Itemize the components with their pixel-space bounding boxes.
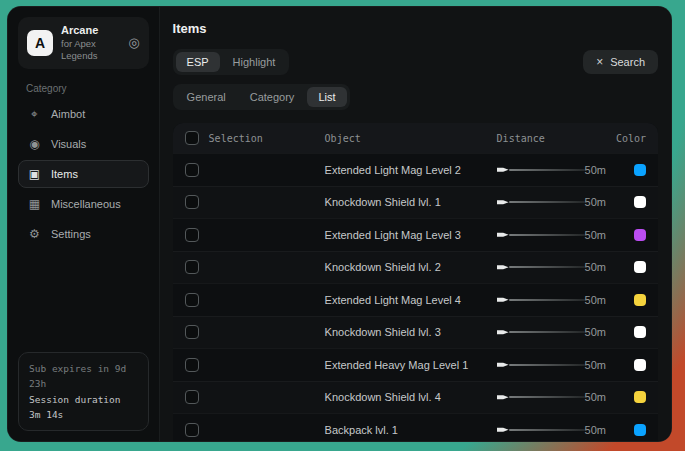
grid-icon: ▦ — [27, 197, 42, 211]
color-swatch[interactable] — [634, 261, 646, 273]
sidebar-item-visuals[interactable]: ◉ Visuals — [18, 130, 149, 158]
distance-slider[interactable] — [497, 264, 585, 270]
object-name: Extended Light Mag Level 4 — [325, 294, 497, 306]
crosshair-icon: ⌖ — [27, 107, 42, 121]
distance-value: 50m — [585, 229, 606, 241]
slider-track — [509, 266, 585, 268]
search-button[interactable]: × Search — [583, 50, 658, 74]
row-checkbox[interactable] — [185, 228, 199, 242]
row-checkbox[interactable] — [185, 423, 199, 437]
object-name: Backpack lvl. 1 — [325, 424, 497, 436]
distance-value: 50m — [585, 164, 606, 176]
sidebar-item-miscellaneous[interactable]: ▦ Miscellaneous — [18, 190, 149, 218]
slider-thumb-icon — [497, 427, 509, 433]
color-swatch[interactable] — [634, 164, 646, 176]
distance-slider[interactable] — [497, 427, 585, 433]
row-selection-cell — [185, 163, 325, 177]
table-row: Knockdown Shield lvl. 2 50m — [173, 251, 658, 284]
mode-tabs: ESPHighlight — [173, 49, 290, 75]
color-cell — [606, 391, 646, 403]
row-selection-cell — [185, 390, 325, 404]
row-checkbox[interactable] — [185, 325, 199, 339]
row-selection-cell — [185, 423, 325, 437]
row-selection-cell — [185, 195, 325, 209]
distance-slider[interactable] — [497, 394, 585, 400]
table-row: Knockdown Shield lvl. 4 50m — [173, 381, 658, 414]
brand-text: Arcane for Apex Legends — [61, 24, 120, 62]
distance-slider[interactable] — [497, 362, 585, 368]
slider-track — [509, 364, 585, 366]
color-cell — [606, 261, 646, 273]
column-header-selection: Selection — [209, 133, 263, 144]
object-name: Knockdown Shield lvl. 2 — [325, 261, 497, 273]
object-name: Extended Light Mag Level 2 — [325, 164, 497, 176]
object-name: Extended Light Mag Level 3 — [325, 229, 497, 241]
table-header: Selection Object Distance Color — [173, 123, 658, 153]
table-row: Knockdown Shield lvl. 1 50m — [173, 186, 658, 219]
color-cell — [606, 359, 646, 371]
color-swatch[interactable] — [634, 424, 646, 436]
row-checkbox[interactable] — [185, 260, 199, 274]
tab-category[interactable]: Category — [239, 87, 306, 107]
color-swatch[interactable] — [634, 294, 646, 306]
row-checkbox[interactable] — [185, 163, 199, 177]
distance-cell: 50m — [497, 424, 606, 436]
slider-track — [509, 299, 585, 301]
color-cell — [606, 326, 646, 338]
distance-slider[interactable] — [497, 232, 585, 238]
row-selection-cell — [185, 260, 325, 274]
distance-slider[interactable] — [497, 167, 585, 173]
tab-general[interactable]: General — [176, 87, 237, 107]
color-cell — [606, 294, 646, 306]
distance-slider[interactable] — [497, 297, 585, 303]
sidebar-item-aimbot[interactable]: ⌖ Aimbot — [18, 100, 149, 128]
distance-cell: 50m — [497, 196, 606, 208]
row-checkbox[interactable] — [185, 358, 199, 372]
row-selection-cell — [185, 293, 325, 307]
row-checkbox[interactable] — [185, 390, 199, 404]
sidebar-item-items[interactable]: ▣ Items — [18, 160, 149, 188]
app-name: Arcane — [61, 24, 120, 38]
row-selection-cell — [185, 358, 325, 372]
distance-value: 50m — [585, 391, 606, 403]
distance-slider[interactable] — [497, 329, 585, 335]
sidebar-item-label: Visuals — [51, 138, 86, 150]
slider-track — [509, 396, 585, 398]
x-icon: × — [596, 56, 603, 68]
color-swatch[interactable] — [634, 196, 646, 208]
row-selection-cell — [185, 325, 325, 339]
distance-value: 50m — [585, 424, 606, 436]
color-swatch[interactable] — [634, 391, 646, 403]
color-swatch[interactable] — [634, 359, 646, 371]
distance-value: 50m — [585, 196, 606, 208]
slider-track — [509, 169, 585, 171]
tab-highlight[interactable]: Highlight — [222, 52, 287, 72]
select-all-checkbox[interactable] — [185, 131, 199, 145]
distance-slider[interactable] — [497, 199, 585, 205]
tab-esp[interactable]: ESP — [176, 52, 220, 72]
object-name: Knockdown Shield lvl. 3 — [325, 326, 497, 338]
color-swatch[interactable] — [634, 326, 646, 338]
color-cell — [606, 229, 646, 241]
slider-thumb-icon — [497, 297, 509, 303]
distance-value: 50m — [585, 294, 606, 306]
items-table: Selection Object Distance Color Extended… — [173, 123, 658, 441]
sidebar-item-settings[interactable]: ⚙ Settings — [18, 220, 149, 248]
distance-cell: 50m — [497, 261, 606, 273]
color-cell — [606, 164, 646, 176]
table-row: Extended Heavy Mag Level 1 50m — [173, 348, 658, 381]
slider-thumb-icon — [497, 329, 509, 335]
slider-track — [509, 429, 585, 431]
tab-list[interactable]: List — [307, 87, 346, 107]
disc-icon[interactable]: ◎ — [128, 35, 139, 50]
gear-icon: ⚙ — [27, 227, 42, 241]
color-swatch[interactable] — [634, 229, 646, 241]
table-row: Knockdown Shield lvl. 3 50m — [173, 316, 658, 349]
row-checkbox[interactable] — [185, 293, 199, 307]
table-row: Extended Light Mag Level 2 50m — [173, 153, 658, 186]
sub-expiry-text: Sub expires in 9d 23h — [29, 361, 138, 391]
row-checkbox[interactable] — [185, 195, 199, 209]
sidebar-nav: ⌖ Aimbot ◉ Visuals ▣ Items ▦ Miscellaneo… — [18, 100, 149, 248]
slider-thumb-icon — [497, 199, 509, 205]
sidebar-item-label: Aimbot — [51, 108, 85, 120]
